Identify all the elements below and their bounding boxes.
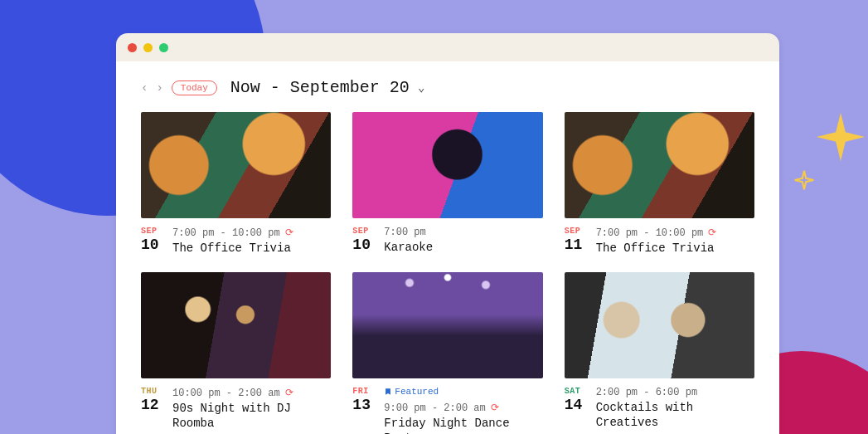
event-thumbnail [141, 112, 331, 218]
event-time: 7:00 pm - 10:00 pm [172, 227, 280, 239]
event-date: SEP10 [141, 227, 164, 256]
event-date: SAT14 [565, 387, 588, 430]
window-maximize-button[interactable] [159, 43, 168, 52]
event-title: 90s Night with DJ Roomba [172, 401, 331, 431]
event-title: Cocktails with Creatives [596, 400, 754, 430]
event-time: 2:00 pm - 6:00 pm [596, 387, 697, 398]
event-day-number: 14 [565, 397, 588, 412]
event-meta: FRI13Featured9:00 pm - 2:00 am⟳Friday Ni… [352, 387, 542, 434]
event-card[interactable]: SEP107:00 pmKaraoke [352, 112, 542, 256]
browser-window: ‹ › Today Now - September 20 ⌄ SEP107:00… [116, 33, 779, 434]
event-card[interactable]: SEP107:00 pm - 10:00 pm⟳The Office Trivi… [141, 112, 331, 256]
window-close-button[interactable] [128, 43, 137, 52]
event-thumbnail [565, 112, 754, 218]
sparkle-icon [812, 108, 868, 166]
event-time: 10:00 pm - 2:00 am [172, 388, 280, 399]
event-card[interactable]: THU1210:00 pm - 2:00 am⟳90s Night with D… [141, 272, 331, 434]
event-weekday: SEP [352, 227, 376, 236]
date-range-picker[interactable]: Now - September 20 ⌄ [230, 78, 424, 97]
event-timeline: 10:00 pm - 2:00 am⟳ [172, 387, 331, 399]
event-timeline: Featured9:00 pm - 2:00 am⟳ [384, 387, 542, 414]
event-info: 10:00 pm - 2:00 am⟳90s Night with DJ Roo… [172, 387, 331, 431]
event-day-number: 12 [141, 397, 164, 412]
event-weekday: SEP [141, 227, 164, 236]
date-range-label: Now - September 20 [230, 78, 410, 97]
event-meta: SEP117:00 pm - 10:00 pm⟳The Office Trivi… [565, 227, 754, 256]
sparkle-outline-icon [790, 166, 818, 194]
today-button[interactable]: Today [172, 80, 217, 95]
event-thumbnail [565, 272, 754, 378]
event-time: 9:00 pm - 2:00 am [384, 402, 485, 414]
event-title: Friday Night Dance Party [384, 416, 542, 434]
recurring-icon: ⟳ [708, 227, 716, 239]
event-time: 7:00 pm [384, 227, 425, 238]
event-timeline: 7:00 pm - 10:00 pm⟳ [596, 227, 754, 239]
event-date: SEP10 [352, 227, 376, 255]
event-meta: SEP107:00 pm - 10:00 pm⟳The Office Trivi… [141, 227, 331, 256]
event-day-number: 10 [141, 237, 164, 252]
event-card[interactable]: SAT142:00 pm - 6:00 pmCocktails with Cre… [565, 272, 754, 434]
event-thumbnail [352, 112, 542, 218]
event-date: FRI13 [352, 387, 376, 434]
event-info: 2:00 pm - 6:00 pmCocktails with Creative… [596, 387, 754, 430]
chevron-down-icon: ⌄ [418, 80, 424, 95]
event-title: Karaoke [384, 240, 542, 255]
event-info: 7:00 pmKaraoke [384, 227, 542, 255]
event-time: 7:00 pm - 10:00 pm [596, 227, 704, 239]
event-meta: THU1210:00 pm - 2:00 am⟳90s Night with D… [141, 387, 331, 431]
next-button[interactable]: › [156, 81, 162, 95]
event-title: The Office Trivia [596, 241, 754, 256]
event-weekday: SEP [565, 227, 588, 236]
prev-button[interactable]: ‹ [141, 81, 148, 95]
event-timeline: 2:00 pm - 6:00 pm [596, 387, 754, 398]
recurring-icon: ⟳ [491, 402, 499, 414]
window-titlebar [116, 33, 779, 61]
event-meta: SAT142:00 pm - 6:00 pmCocktails with Cre… [565, 387, 754, 430]
event-day-number: 10 [352, 237, 376, 252]
recurring-icon: ⟳ [285, 227, 293, 239]
event-day-number: 11 [565, 237, 588, 252]
event-info: 7:00 pm - 10:00 pm⟳The Office Trivia [172, 227, 331, 256]
window-minimize-button[interactable] [143, 43, 153, 52]
event-weekday: THU [141, 387, 164, 396]
event-meta: SEP107:00 pmKaraoke [352, 227, 542, 255]
event-card[interactable]: SEP117:00 pm - 10:00 pm⟳The Office Trivi… [565, 112, 754, 256]
event-date: THU12 [141, 387, 164, 431]
recurring-icon: ⟳ [285, 387, 293, 399]
event-info: 7:00 pm - 10:00 pm⟳The Office Trivia [596, 227, 754, 256]
event-info: Featured9:00 pm - 2:00 am⟳Friday Night D… [384, 387, 542, 434]
event-weekday: SAT [565, 387, 588, 396]
event-weekday: FRI [352, 387, 376, 396]
event-date: SEP11 [565, 227, 588, 256]
calendar-toolbar: ‹ › Today Now - September 20 ⌄ [141, 78, 754, 97]
event-title: The Office Trivia [172, 241, 331, 256]
event-timeline: 7:00 pm - 10:00 pm⟳ [172, 227, 331, 239]
event-timeline: 7:00 pm [384, 227, 542, 238]
events-grid: SEP107:00 pm - 10:00 pm⟳The Office Trivi… [141, 112, 754, 434]
events-page: ‹ › Today Now - September 20 ⌄ SEP107:00… [116, 61, 779, 434]
event-thumbnail [352, 272, 542, 378]
event-thumbnail [141, 272, 331, 378]
event-card[interactable]: FRI13Featured9:00 pm - 2:00 am⟳Friday Ni… [352, 272, 542, 434]
featured-badge: Featured [384, 387, 439, 397]
event-day-number: 13 [352, 397, 376, 412]
